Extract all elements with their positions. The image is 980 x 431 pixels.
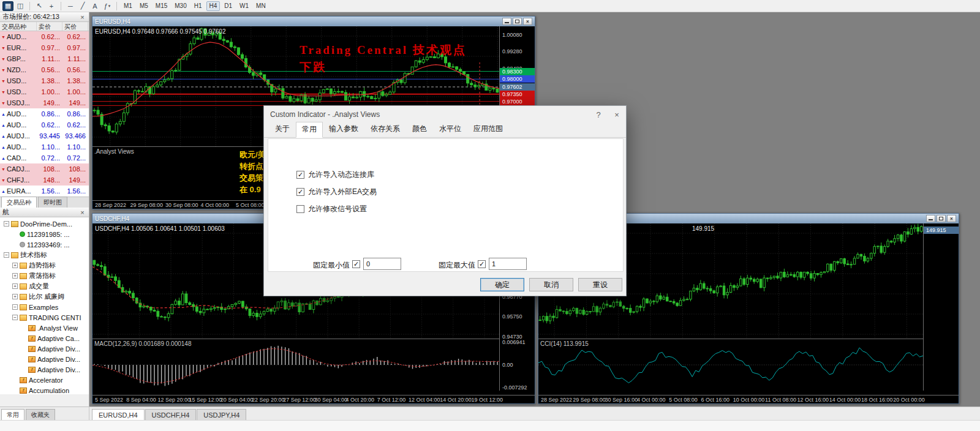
timeframe-button-m15[interactable]: M15 [153, 1, 170, 11]
help-button[interactable]: ? [589, 106, 608, 123]
market-watch-row[interactable]: ▲AUD...1.10...1.10... [0, 141, 89, 152]
navigator-close-icon[interactable]: × [78, 209, 86, 216]
market-watch-row[interactable]: ▼CHFJ...148...149... [0, 174, 89, 186]
tree-expand-toggle[interactable]: − [4, 221, 9, 227]
option-row[interactable]: 允许修改信号设置 [296, 204, 367, 214]
market-watch-row[interactable]: ▼EUR...0.97...0.97... [0, 42, 89, 53]
dialog-tab[interactable]: 颜色 [406, 121, 433, 137]
timeframe-button-m5[interactable]: M5 [137, 1, 151, 11]
text-label-icon[interactable]: A [89, 1, 100, 11]
tree-item[interactable]: +趋势指标 [0, 260, 89, 271]
navigator-tab-inactive[interactable]: 收藏夹 [26, 409, 55, 420]
timeframe-button-h1[interactable]: H1 [191, 1, 205, 11]
tree-item[interactable]: fAdaptive Ca... [0, 333, 89, 343]
restore-button[interactable] [513, 18, 522, 25]
tree-item[interactable]: 112393469: ... [0, 239, 89, 250]
symbol-label: NZD... [7, 66, 26, 73]
tree-expand-toggle[interactable]: − [12, 315, 18, 320]
checkbox-checked[interactable]: ✓ [352, 260, 360, 268]
folder-icon [20, 294, 27, 300]
tree-item[interactable]: −技术指标 [0, 250, 89, 260]
timeframe-button-mn[interactable]: MN [253, 1, 269, 11]
tree-expand-toggle[interactable]: − [4, 252, 9, 258]
tree-expand-toggle[interactable]: − [12, 304, 18, 310]
window-titlebar[interactable]: EURUSD,H4 × [92, 17, 535, 26]
tree-item[interactable]: +比尔 威廉姆 [0, 291, 89, 302]
tree-item[interactable]: fAccelerator [0, 375, 89, 385]
dialog-tab[interactable]: 常用 [296, 122, 323, 138]
dialog-tab[interactable]: 关于 [269, 121, 296, 137]
market-watch-tab-active[interactable]: 交易品种 [1, 197, 37, 208]
indicators-icon[interactable]: ƒ▾ [102, 1, 113, 11]
tree-item[interactable]: −DooPrime-Dem... [0, 219, 89, 229]
tree-expand-toggle[interactable]: + [12, 294, 18, 299]
navigator-tab-active[interactable]: 常用 [1, 409, 24, 420]
profiles-icon[interactable]: ◫ [15, 1, 26, 11]
dialog-tab[interactable]: 应用范围 [467, 121, 509, 137]
timeframe-button-d1[interactable]: D1 [221, 1, 235, 11]
market-watch-row[interactable]: ▼CADJ...108...108... [0, 163, 89, 174]
hline-icon[interactable]: ─ [65, 1, 76, 11]
market-watch-row[interactable]: ▼USDJ...149...149... [0, 97, 89, 108]
market-watch-row[interactable]: ▼USD...1.00...1.00... [0, 86, 89, 97]
fixed-min-input[interactable] [363, 258, 401, 270]
cancel-button[interactable]: 取消 [529, 278, 573, 291]
minimize-button[interactable] [926, 215, 935, 222]
dialog-close-button[interactable]: × [608, 106, 626, 123]
tree-item[interactable]: fAdaptive Div... [0, 354, 89, 364]
tree-item[interactable]: −TRADING CENTI [0, 312, 89, 323]
tree-item[interactable]: fAdaptive Div... [0, 343, 89, 354]
tree-item[interactable]: +震荡指标 [0, 271, 89, 281]
option-row[interactable]: ✓允许导入动态连接库 [296, 170, 374, 180]
tree-item[interactable]: fAdaptive Div... [0, 364, 89, 375]
tree-expand-toggle[interactable]: + [12, 283, 18, 289]
market-watch-row[interactable]: ▼AUD...0.62...0.62... [0, 31, 89, 42]
dialog-titlebar[interactable]: Custom Indicator - .Analyst Views ? × [264, 106, 626, 123]
close-button[interactable]: × [523, 18, 532, 25]
timeframe-button-m1[interactable]: M1 [121, 1, 135, 11]
dialog-tab[interactable]: 水平位 [433, 121, 467, 137]
dialog-tab[interactable]: 依存关系 [364, 121, 406, 137]
checkbox-checked[interactable]: ✓ [296, 171, 304, 179]
checkbox-checked[interactable]: ✓ [296, 188, 304, 196]
timeframe-button-w1[interactable]: W1 [236, 1, 252, 11]
restore-button[interactable] [937, 215, 946, 222]
price-direction-icon: ▼ [1, 57, 6, 61]
option-row[interactable]: ✓允许导入外部EA交易 [296, 187, 377, 197]
cursor-icon[interactable]: ↖ [34, 1, 45, 11]
trendline-icon[interactable]: ╱ [77, 1, 88, 11]
market-watch-row[interactable]: ▲AUD...0.86...0.86... [0, 108, 89, 119]
reset-button[interactable]: 重设 [578, 278, 622, 291]
tree-item[interactable]: +成交量 [0, 281, 89, 291]
tree-item[interactable]: fAccumulation [0, 385, 89, 394]
market-watch-row[interactable]: ▲CAD...0.72...0.72... [0, 152, 89, 163]
minimize-button[interactable] [502, 18, 511, 25]
tree-item[interactable]: 112391985: ... [0, 229, 89, 239]
checkbox-unchecked[interactable] [296, 205, 304, 213]
timeframe-button-h4[interactable]: H4 [206, 1, 221, 11]
checkbox-checked[interactable]: ✓ [478, 260, 486, 268]
tree-item[interactable]: −Examples [0, 302, 89, 312]
tree-expand-toggle[interactable]: + [12, 263, 18, 268]
close-button[interactable]: × [947, 215, 956, 222]
market-watch-row[interactable]: ▼USD...1.38...1.38... [0, 75, 89, 86]
chart-tab[interactable]: USDCHF,H4 [145, 409, 197, 420]
crosshair-icon[interactable]: + [46, 1, 57, 11]
fixed-max-input[interactable] [489, 258, 527, 270]
chart-tab[interactable]: USDJPY,H4 [197, 409, 246, 420]
market-watch-row[interactable]: ▲AUD...0.62...0.62... [0, 119, 89, 130]
ok-button[interactable]: 确定 [480, 278, 524, 291]
market-watch-row[interactable]: ▲AUDJ...93.44593.466 [0, 130, 89, 141]
tree-item[interactable]: f.Analyst View [0, 323, 89, 333]
market-watch-close-icon[interactable]: × [78, 13, 86, 21]
bid-cell: 1.38... [37, 77, 62, 84]
chart-tab[interactable]: EURUSD,H4 [92, 409, 145, 420]
timeframe-button-m30[interactable]: M30 [172, 1, 189, 11]
app-icon[interactable]: ▦ [2, 1, 13, 11]
market-watch-tab-inactive[interactable]: 即时图 [38, 197, 67, 208]
market-watch-row[interactable]: ▲EURA...1.56...1.56... [0, 186, 89, 197]
market-watch-row[interactable]: ▼GBP...1.11...1.11... [0, 53, 89, 64]
market-watch-row[interactable]: ▼NZD...0.56...0.56... [0, 64, 89, 75]
tree-expand-toggle[interactable]: + [12, 273, 18, 279]
dialog-tab[interactable]: 输入参数 [323, 121, 364, 137]
